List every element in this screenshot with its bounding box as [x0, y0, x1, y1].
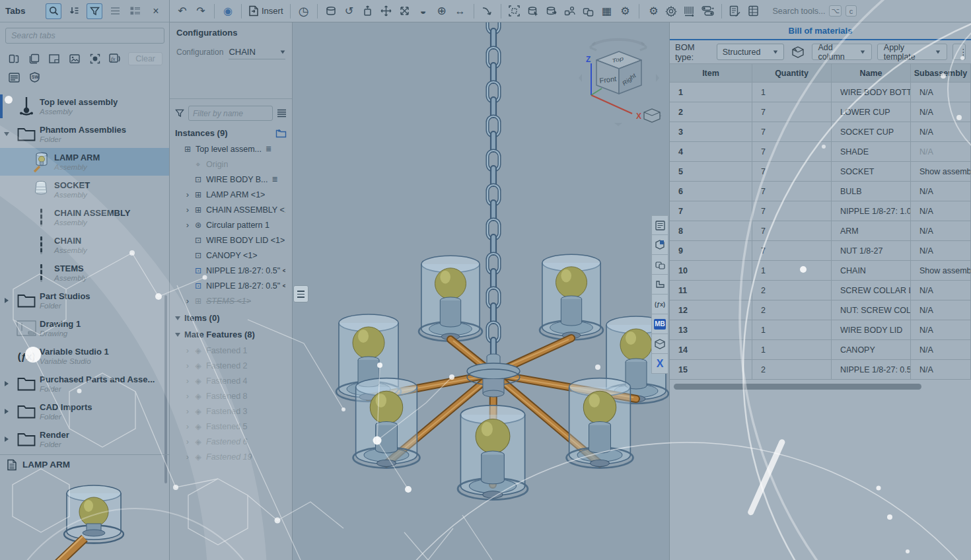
tab-variable-studio-1[interactable]: (ƒx) Variable Studio 1Variable Studio [0, 342, 169, 370]
cube-app-tab[interactable] [651, 334, 668, 354]
instance-row[interactable]: › ⊞ STEMS <1> [170, 293, 292, 308]
mate-feature-row[interactable]: › ◈ Fastened 2 [170, 358, 292, 373]
chevron-down-icon[interactable] [175, 333, 180, 337]
bom-isolate-icon[interactable] [789, 44, 807, 61]
transfer-part-button[interactable] [543, 3, 560, 20]
chevron-right-icon[interactable] [5, 381, 9, 386]
filter-variable-studio-icon[interactable]: fx [108, 52, 122, 66]
filter-render-icon[interactable] [88, 52, 102, 66]
view-menu-button[interactable] [644, 109, 661, 122]
group-button[interactable] [506, 3, 523, 20]
chevron-right-icon[interactable]: › [183, 376, 192, 386]
bom-row[interactable]: 2 7 LOWER CUP N/A [670, 102, 971, 122]
insert-button[interactable]: Insert [246, 3, 285, 20]
tab-chain[interactable]: CHAINAssembly [0, 231, 169, 259]
instance-row[interactable]: ⊡ WIRE BODY B... ≣ [170, 172, 292, 187]
bom-col-quantity[interactable]: Quantity [752, 64, 832, 83]
bom-overflow-button[interactable]: ⋮ [953, 44, 966, 60]
bom-row[interactable]: 6 7 BULB N/A [670, 182, 971, 201]
undo-button[interactable]: ↶ [174, 3, 191, 20]
history-button[interactable]: ◷ [295, 3, 312, 20]
search-tabs-input[interactable] [5, 28, 164, 44]
tab-top-level-assembly[interactable]: Top level assemblyAssembly [0, 92, 169, 120]
tab-lamp-arm[interactable]: LAMP ARMAssembly [0, 148, 169, 176]
chevron-right-icon[interactable]: › [183, 296, 192, 306]
filter-by-name-input[interactable] [188, 106, 273, 121]
mate-connector-button[interactable]: ⊕ [433, 3, 450, 20]
bom-col-item[interactable]: Item [670, 64, 752, 83]
instance-row[interactable]: › ⊞ CHAIN ASSEMBLY <1> [170, 202, 292, 217]
appearance-panel-tab[interactable] [651, 235, 668, 255]
mate-feature-row[interactable]: › ◈ Fastened 8 [170, 388, 292, 403]
bom-row[interactable]: 13 1 WIRE BODY LID N/A [670, 320, 971, 340]
chevron-down-icon[interactable] [4, 132, 9, 136]
bom-panel-tab[interactable] [651, 215, 668, 235]
bom-row[interactable]: 12 2 NUT: SCREW COLL... N/A [670, 300, 971, 320]
tab-chain-assembly[interactable]: CHAIN ASSEMBLYAssembly [0, 203, 169, 231]
mate-feature-row[interactable]: › ◈ Fastened 6 [170, 434, 292, 449]
filter-icon[interactable] [175, 109, 184, 118]
instance-row[interactable]: ⊡ WIRE BODY LID <1> [170, 232, 292, 248]
redo-button[interactable]: ↷ [192, 3, 209, 20]
instance-row[interactable]: ⌖ Origin [170, 157, 292, 172]
filter-solidworks-icon[interactable]: SW [27, 70, 42, 85]
items-header[interactable]: Items (0) [170, 310, 292, 326]
tab-folder-cad-imports[interactable]: CAD ImportsFolder [0, 398, 169, 425]
named-positions-button[interactable]: ⚙ [644, 3, 661, 20]
3d-viewport[interactable]: Top Front Right Z X [293, 22, 669, 560]
section-view-button[interactable] [681, 3, 698, 20]
filter-drawing-icon[interactable] [47, 52, 61, 66]
revolute-mate-button[interactable]: ↺ [341, 3, 358, 20]
filter-documents-icon[interactable] [7, 52, 21, 66]
bom-row[interactable]: 5 7 SOCKET Show assembly [670, 162, 971, 182]
list-view-icon[interactable] [107, 3, 123, 19]
search-tabs-icon[interactable] [46, 3, 61, 19]
bom-row[interactable]: 8 7 ARM N/A [670, 221, 971, 241]
bom-row[interactable]: 4 7 SHADE N/A [670, 142, 971, 162]
sort-tabs-icon[interactable] [66, 3, 82, 19]
filter-image-icon[interactable] [67, 52, 82, 66]
chevron-right-icon[interactable]: › [183, 421, 192, 431]
tab-socket[interactable]: SOCKETAssembly [0, 176, 169, 203]
sheet-metal-panel-tab[interactable] [651, 275, 668, 295]
bom-col-name[interactable]: Name [832, 64, 911, 83]
snap-mode-button[interactable] [479, 3, 496, 20]
mate-button[interactable] [322, 3, 340, 20]
chevron-right-icon[interactable]: › [183, 452, 192, 462]
mb-app-tab[interactable]: MB [651, 314, 668, 334]
chevron-right-icon[interactable] [5, 298, 9, 303]
filter-imported-step-icon[interactable] [7, 70, 21, 85]
tab-stems[interactable]: STEMSAssembly [0, 259, 169, 287]
bom-row[interactable]: 10 1 CHAIN Show assembly [670, 261, 971, 281]
detail-list-view-icon[interactable] [127, 3, 143, 19]
pattern-button[interactable]: ▦ [598, 3, 616, 20]
tab-folder-part-studios[interactable]: Part StudiosFolder [0, 287, 169, 314]
final-state-button[interactable]: ◉ [219, 3, 236, 20]
chevron-right-icon[interactable]: › [183, 437, 192, 446]
tab-folder-phantom-assemblies[interactable]: Phantom AssembliesFolder [0, 120, 169, 148]
display-toggle-button[interactable] [700, 3, 717, 20]
bom-row[interactable]: 15 2 NIPPLE 1/8-27: 0.5" N/A [670, 360, 971, 380]
close-panel-icon[interactable]: × [148, 3, 164, 19]
bom-horizontal-scrollbar[interactable] [674, 384, 921, 390]
filter-part-studio-icon[interactable] [27, 52, 42, 66]
instance-row[interactable]: › ⊛ Circular pattern 1 [170, 217, 292, 232]
chevron-right-icon[interactable]: › [183, 205, 192, 215]
translate-button[interactable] [378, 3, 395, 20]
instance-row[interactable]: ⊡ NIPPLE 1/8-27: 0.5" <4> [170, 278, 292, 293]
bom-type-select[interactable]: Structured [717, 44, 784, 60]
parts-panel-tab[interactable] [651, 255, 668, 275]
apply-template-button[interactable]: Apply template [877, 44, 947, 60]
simulation-button[interactable] [663, 3, 680, 20]
bom-row[interactable]: 9 7 NUT 1/8-27 N/A [670, 241, 971, 261]
bom-row[interactable]: 11 2 SCREW COLLAR L... N/A [670, 281, 971, 300]
bom-row[interactable]: 14 1 CANOPY N/A [670, 340, 971, 360]
add-column-button[interactable]: Add column [812, 44, 872, 60]
mate-feature-row[interactable]: › ◈ Fastened 19 [170, 449, 292, 464]
gear-relation-button[interactable]: ⚙ [617, 3, 634, 20]
publication-button[interactable] [561, 3, 579, 20]
chevron-right-icon[interactable]: › [183, 345, 192, 355]
add-folder-icon[interactable] [275, 129, 287, 138]
mate-features-header[interactable]: Mate Features (8) [170, 326, 292, 343]
search-tools[interactable]: Search tools... ⌥ c [773, 5, 857, 17]
